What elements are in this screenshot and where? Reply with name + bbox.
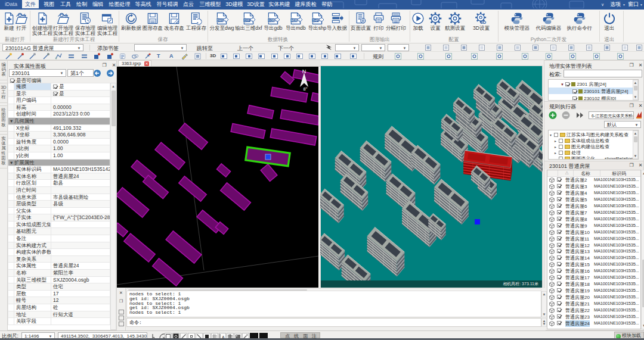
svg-text:8°: 8° — [303, 86, 307, 92]
svg-text:DXF: DXF — [244, 19, 249, 22]
svg-text:MDB: MDB — [291, 19, 297, 22]
svg-text:DWG: DWG — [216, 19, 224, 22]
svg-text:相机高程: 373.11米: 相机高程: 373.11米 — [503, 282, 538, 286]
svg-text:3D: 3D — [481, 20, 487, 25]
svg-text:SHP: SHP — [312, 19, 318, 22]
svg-text:GDB: GDB — [268, 19, 274, 22]
